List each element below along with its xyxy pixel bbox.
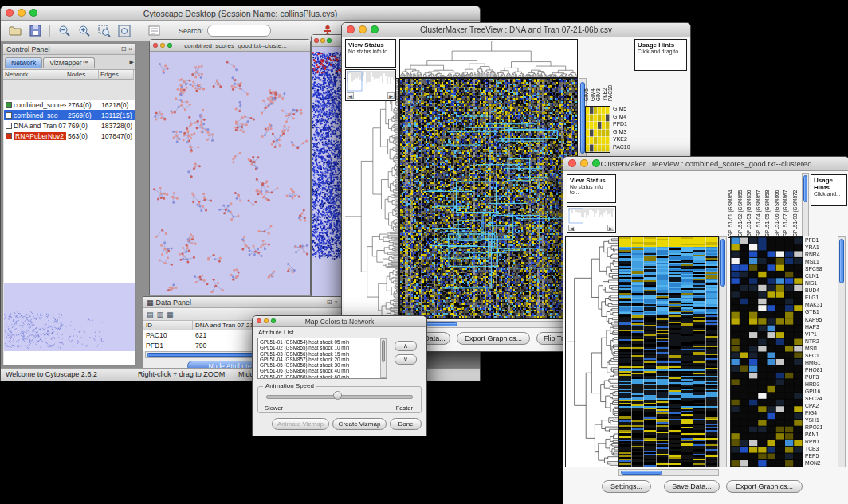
gene-label[interactable]: GIM3: [613, 128, 646, 136]
mini-map-canvas[interactable]: [347, 71, 395, 92]
gene-label[interactable]: VIP1: [805, 330, 837, 338]
dense-network-canvas[interactable]: [312, 47, 345, 299]
main-titlebar[interactable]: Cytoscape Desktop (Session Name: collins…: [1, 6, 480, 21]
create-vizmap-button[interactable]: Create Vizmap: [332, 418, 387, 430]
zoom-in-icon[interactable]: [77, 23, 92, 39]
attribute-item[interactable]: GPL51-06 (GSM866) heat shock 40 min: [260, 368, 384, 373]
heatmap-canvas[interactable]: [618, 236, 719, 467]
move-down-button[interactable]: ∨: [395, 354, 417, 365]
move-up-button[interactable]: ∧: [395, 341, 417, 351]
attribute-listbox[interactable]: GPL51-01 (GSM854) heat shock 05 minGPL51…: [257, 338, 387, 379]
column-dendrogram-canvas[interactable]: [399, 39, 578, 78]
close-panel-icon[interactable]: ×: [128, 45, 132, 53]
row-dendrogram-canvas[interactable]: [565, 236, 618, 467]
scroll-right-icon[interactable]: ▶: [607, 225, 614, 231]
attribute-item[interactable]: GPL51-01 (GSM854) heat shock 05 min: [260, 339, 384, 345]
network-row-selected[interactable]: combined_sco 2569(6) 13112(15): [4, 110, 135, 120]
network-view-titlebar[interactable]: combined_scores_good.txt--cluste...: [150, 40, 310, 52]
close-icon[interactable]: [568, 159, 576, 167]
background-window-titlebar[interactable]: [312, 35, 345, 47]
attribute-select-icon[interactable]: ▤: [147, 311, 154, 318]
data-panel-header[interactable]: ▦ Data Panel ⊡ ×: [143, 297, 341, 308]
close-icon[interactable]: [6, 9, 14, 17]
heatmap-hscrollbar[interactable]: [618, 469, 719, 476]
zoom-window-icon[interactable]: [271, 318, 276, 323]
gene-label[interactable]: FIG4: [805, 409, 837, 416]
gene-label[interactable]: CPA2: [805, 402, 837, 409]
gene-label[interactable]: SEC1: [805, 352, 837, 359]
gene-label[interactable]: MAK31: [805, 301, 837, 308]
gene-label[interactable]: KAP95: [805, 316, 837, 323]
gene-label[interactable]: BUD4: [805, 287, 837, 294]
zoom-window-icon[interactable]: [29, 9, 37, 17]
column-header[interactable]: Nodes: [65, 70, 99, 80]
gene-label[interactable]: SPC98: [805, 265, 837, 272]
column-header[interactable]: Network: [3, 70, 65, 80]
gene-label[interactable]: NIS1: [805, 279, 837, 287]
close-icon[interactable]: [257, 318, 261, 323]
zoom-fit-icon[interactable]: [116, 23, 132, 39]
zoom-window-icon[interactable]: [371, 25, 379, 33]
network-row[interactable]: DNA and Tran 07 769(0) 183728(0): [4, 120, 135, 131]
gene-label[interactable]: GTB1: [805, 308, 837, 315]
scroll-left-icon[interactable]: ◀: [347, 92, 354, 99]
gene-label[interactable]: PEP5: [805, 452, 837, 459]
scroll-left-icon[interactable]: ◀: [568, 225, 575, 231]
gene-label[interactable]: RNR4: [805, 251, 837, 258]
close-panel-icon[interactable]: ×: [334, 299, 338, 306]
attribute-item[interactable]: GPL51-03 (GSM856) heat shock 15 min: [260, 351, 384, 357]
gene-label[interactable]: TCB3: [805, 445, 837, 452]
mini-map-canvas[interactable]: [568, 208, 614, 224]
zoom-window-icon[interactable]: [167, 43, 172, 48]
minimize-icon[interactable]: [18, 9, 26, 17]
attribute-list-scrollbar[interactable]: [380, 338, 387, 378]
speed-slider-thumb[interactable]: [333, 391, 342, 400]
save-icon[interactable]: [27, 23, 43, 39]
gene-label[interactable]: MSI1: [805, 345, 837, 352]
gene-label[interactable]: RPO21: [805, 424, 837, 431]
column-header[interactable]: Edges: [99, 70, 134, 80]
gene-label[interactable]: MSL1: [805, 258, 837, 265]
float-panel-icon[interactable]: ⊡: [121, 45, 127, 53]
export-graphics-button[interactable]: Export Graphics...: [457, 332, 530, 345]
heatmap-canvas[interactable]: [399, 78, 578, 319]
column-header[interactable]: ID: [143, 321, 193, 330]
treeview-dna-titlebar[interactable]: ClusterMaker TreeView : DNA and Tran 07-…: [342, 23, 690, 37]
zoom-window-icon[interactable]: [327, 38, 332, 43]
zoom-window-icon[interactable]: [592, 159, 600, 167]
gene-label[interactable]: PUF3: [805, 373, 837, 381]
heatmap-vscrollbar[interactable]: [719, 236, 727, 467]
network-canvas[interactable]: [150, 52, 310, 295]
gene-label[interactable]: NTR2: [805, 338, 837, 345]
scroll-thumb[interactable]: [839, 239, 844, 283]
tab-vizmapper[interactable]: VizMapper™: [43, 57, 95, 68]
tab-overflow-icon[interactable]: ▶: [130, 59, 134, 65]
zoom-selected-icon[interactable]: [96, 23, 112, 39]
gene-label[interactable]: GIM4: [613, 113, 646, 121]
gene-label[interactable]: RPN1: [805, 438, 837, 445]
scroll-thumb[interactable]: [720, 239, 725, 287]
gene-label[interactable]: MON2: [805, 459, 837, 467]
genes-vscrollbar[interactable]: [838, 236, 846, 467]
gene-label[interactable]: PAN1: [805, 431, 837, 438]
correlation-matrix-canvas[interactable]: [585, 106, 610, 153]
attribute-item[interactable]: GPL51-07 (GSM868) heat shock 60 min: [260, 374, 384, 379]
network-row[interactable]: RNAPuberNov2 + 563(0) 107847(0): [4, 131, 135, 141]
gene-label[interactable]: SEC24: [805, 395, 837, 402]
gene-label[interactable]: PHO81: [805, 366, 837, 373]
float-panel-icon[interactable]: ⊡: [327, 299, 332, 306]
scroll-thumb[interactable]: [803, 175, 807, 202]
attribute-item[interactable]: GPL51-04 (GSM857) heat shock 20 min: [260, 357, 384, 362]
gene-label[interactable]: HRD3: [805, 381, 837, 388]
annotation-icon[interactable]: [146, 23, 162, 39]
minimize-icon[interactable]: [320, 38, 325, 43]
close-icon[interactable]: [153, 43, 158, 48]
gene-label[interactable]: YRA1: [805, 244, 837, 251]
treeview-combined-titlebar[interactable]: ClusterMaker TreeView : combined_scores_…: [563, 157, 848, 171]
open-folder-icon[interactable]: [7, 23, 23, 39]
attribute-table-icon[interactable]: ▦: [167, 311, 174, 318]
attribute-batch-icon[interactable]: ▥: [157, 311, 164, 318]
dialog-titlebar[interactable]: Map Colors to Network: [253, 316, 426, 327]
settings-button[interactable]: Settings...: [602, 480, 651, 493]
scroll-thumb[interactable]: [382, 340, 385, 362]
